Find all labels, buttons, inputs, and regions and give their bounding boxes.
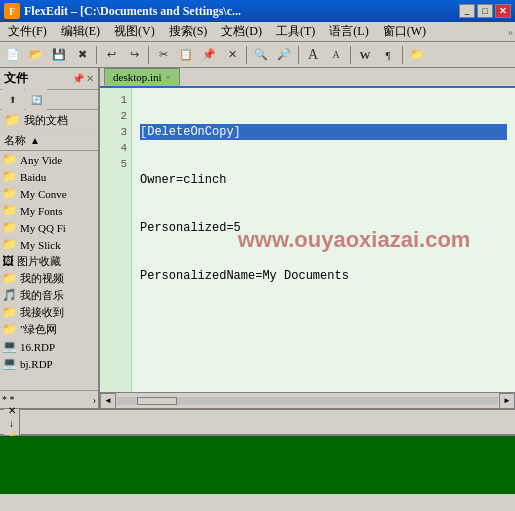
line-number-3: 3 xyxy=(100,124,127,140)
font-small-button[interactable]: A xyxy=(325,44,347,66)
menu-edit[interactable]: 编辑(E) xyxy=(55,21,106,42)
h-scroll-track[interactable] xyxy=(117,397,498,405)
item-label: 16.RDP xyxy=(20,341,55,353)
find-button[interactable]: 🔍 xyxy=(250,44,272,66)
list-item[interactable]: 💻16.RDP xyxy=(0,338,98,355)
editor-line-4: PersonalizedName=My Documents xyxy=(140,268,507,284)
sidebar-toolbar: ⬆ 🔄 xyxy=(0,90,98,110)
item-label: 我接收到 xyxy=(20,305,64,320)
h-scroll-thumb[interactable] xyxy=(137,397,177,405)
tab-close-button[interactable]: × xyxy=(166,72,171,82)
list-item[interactable]: 🖼图片收藏 xyxy=(0,253,98,270)
music-icon: 🎵 xyxy=(2,288,17,303)
editor-line-3: Personalized=5 xyxy=(140,220,507,236)
list-item[interactable]: 📁My Fonts xyxy=(0,202,98,219)
menu-view[interactable]: 视图(V) xyxy=(108,21,161,42)
menu-lang[interactable]: 语言(L) xyxy=(323,21,374,42)
item-label: My Conve xyxy=(20,188,67,200)
save-button[interactable]: 💾 xyxy=(48,44,70,66)
list-item[interactable]: 📁我接收到 xyxy=(0,304,98,321)
menu-expand[interactable]: » xyxy=(508,26,513,37)
sidebar-refresh-button[interactable]: 🔄 xyxy=(25,89,47,111)
scroll-right-button[interactable]: ► xyxy=(499,393,515,409)
list-item[interactable]: 📁我的视频 xyxy=(0,270,98,287)
open-button[interactable]: 📂 xyxy=(25,44,47,66)
paste-button[interactable]: 📌 xyxy=(198,44,220,66)
editor-content[interactable]: [DeleteOnCopy] Owner=clinch Personalized… xyxy=(132,88,515,392)
tab-desktop-ini[interactable]: desktop.ini × xyxy=(104,68,180,86)
list-item[interactable]: 📁My QQ Fi xyxy=(0,219,98,236)
sidebar-close-button[interactable]: ✕ xyxy=(86,73,94,84)
font-large-button[interactable]: A xyxy=(302,44,324,66)
sort-icon: ▲ xyxy=(30,135,40,146)
title-bar: F FlexEdit – [C:\Documents and Settings\… xyxy=(0,0,515,22)
menu-search[interactable]: 搜索(S) xyxy=(163,21,214,42)
close-button[interactable]: ✕ xyxy=(495,4,511,18)
tab-label: desktop.ini xyxy=(113,71,162,83)
toolbar-separator-4 xyxy=(298,46,299,64)
new-button[interactable]: 📄 xyxy=(2,44,24,66)
line-number-4: 4 xyxy=(100,140,127,156)
name-label: 名称 xyxy=(4,133,26,148)
redo-button[interactable]: ↪ xyxy=(123,44,145,66)
menu-doc[interactable]: 文档(D) xyxy=(215,21,268,42)
toolbar-separator-5 xyxy=(350,46,351,64)
folder-view-button[interactable]: 📁 xyxy=(406,44,428,66)
line-number-1: 1 xyxy=(100,92,127,108)
folder-icon: 📁 xyxy=(2,237,17,252)
maximize-button[interactable]: □ xyxy=(477,4,493,18)
rdp-icon: 💻 xyxy=(2,339,17,354)
list-item[interactable]: 🎵我的音乐 xyxy=(0,287,98,304)
pilcrow-button[interactable]: ¶ xyxy=(377,44,399,66)
sidebar-up-button[interactable]: ⬆ xyxy=(2,89,24,111)
title-controls[interactable]: _ □ ✕ xyxy=(459,4,511,18)
scroll-left-button[interactable]: ◄ xyxy=(100,393,116,409)
list-item[interactable]: 📁My Conve xyxy=(0,185,98,202)
h-scrollbar[interactable]: ◄ ► xyxy=(100,392,515,408)
sidebar-pin-button[interactable]: 📌 xyxy=(72,73,84,84)
folder-icon: 📁 xyxy=(2,186,17,201)
editor-line-2: Owner=clinch xyxy=(140,172,507,188)
menu-window[interactable]: 窗口(W) xyxy=(377,21,432,42)
panel-icon-down[interactable]: ↓ xyxy=(9,418,14,429)
toolbar: 📄 📂 💾 ✖ ↩ ↪ ✂ 📋 📌 ✕ 🔍 🔎 A A W ¶ 📁 xyxy=(0,42,515,68)
sidebar-header: 文件 📌 ✕ xyxy=(0,68,98,90)
my-docs-item[interactable]: 📁 我的文档 xyxy=(0,110,98,131)
main-layout: 文件 📌 ✕ ⬆ 🔄 📁 我的文档 名称 ▲ 📁Any Vide 📁Baidu … xyxy=(0,68,515,408)
sidebar: 文件 📌 ✕ ⬆ 🔄 📁 我的文档 名称 ▲ 📁Any Vide 📁Baidu … xyxy=(0,68,100,408)
folder-icon: 📁 xyxy=(2,152,17,167)
minimize-button[interactable]: _ xyxy=(459,4,475,18)
folder-icon: 📁 xyxy=(2,305,17,320)
editor-area: 1 2 3 4 5 [DeleteOnCopy] Owner=clinch Pe… xyxy=(100,88,515,392)
panel-icon-x[interactable]: ✕ xyxy=(8,405,16,416)
list-item[interactable]: 📁My Slick xyxy=(0,236,98,253)
title-text: FlexEdit – [C:\Documents and Settings\c.… xyxy=(24,4,241,19)
bottom-section: ✕ ↓ ⚡ xyxy=(0,408,515,434)
menu-file[interactable]: 文件(F) xyxy=(2,21,53,42)
left-panel-icons: ✕ ↓ ⚡ xyxy=(4,409,20,435)
folder-icon: 📁 xyxy=(2,271,17,286)
item-label: 我的视频 xyxy=(20,271,64,286)
menu-tools[interactable]: 工具(T) xyxy=(270,21,321,42)
list-item[interactable]: 📁Baidu xyxy=(0,168,98,185)
close-file-button[interactable]: ✖ xyxy=(71,44,93,66)
delete-button[interactable]: ✕ xyxy=(221,44,243,66)
list-item[interactable]: 💻bj.RDP xyxy=(0,355,98,372)
bold-button[interactable]: W xyxy=(354,44,376,66)
copy-button[interactable]: 📋 xyxy=(175,44,197,66)
line-numbers: 1 2 3 4 5 xyxy=(100,88,132,392)
list-item[interactable]: 📁Any Vide xyxy=(0,151,98,168)
sidebar-scroll-right[interactable]: › xyxy=(93,394,96,405)
find2-button[interactable]: 🔎 xyxy=(273,44,295,66)
folder-icon: 📁 xyxy=(2,322,17,337)
sidebar-controls[interactable]: 📌 ✕ xyxy=(72,73,94,84)
undo-button[interactable]: ↩ xyxy=(100,44,122,66)
cut-button[interactable]: ✂ xyxy=(152,44,174,66)
image-icon: 🖼 xyxy=(2,254,14,269)
toolbar-separator-1 xyxy=(96,46,97,64)
item-label: "绿色网 xyxy=(20,322,58,337)
my-docs-folder-icon: 📁 xyxy=(4,112,20,128)
item-label: bj.RDP xyxy=(20,358,53,370)
rdp-icon: 💻 xyxy=(2,356,17,371)
list-item[interactable]: 📁"绿色网 xyxy=(0,321,98,338)
